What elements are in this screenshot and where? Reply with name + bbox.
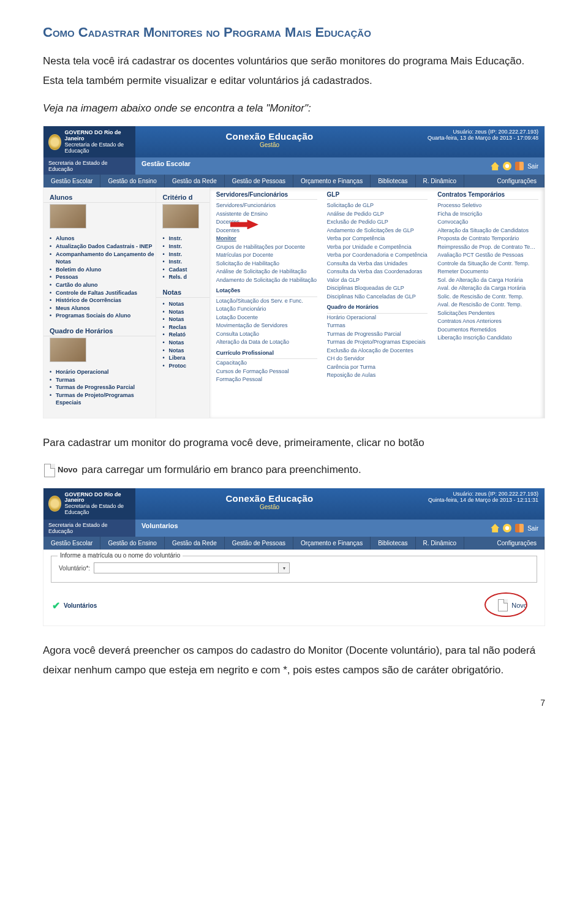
- mega-item[interactable]: Solicitações Pendentes: [437, 309, 538, 318]
- sidebar-item[interactable]: Alunos: [56, 235, 156, 243]
- mega-item[interactable]: Análise de Solicitação de Habilitação: [216, 268, 317, 276]
- mega-item[interactable]: Verba por Coordenadoria e Competência: [327, 251, 428, 260]
- mega-item[interactable]: Alteração da Data de Lotação: [216, 338, 317, 347]
- list-item[interactable]: Relató: [168, 331, 209, 339]
- menu-orcamento[interactable]: Orçamento e Finanças: [293, 175, 371, 187]
- mega-item[interactable]: Cursos de Formação Pessoal: [216, 368, 317, 376]
- mega-item[interactable]: Processo Seletivo: [437, 202, 538, 210]
- list-item[interactable]: Rels. d: [168, 273, 209, 281]
- mega-item[interactable]: Consulta da Verba das Unidades: [327, 260, 428, 268]
- chevron-down-icon[interactable]: ▾: [278, 563, 289, 573]
- mega-item[interactable]: Lotação/Situação dos Serv. e Func.: [216, 297, 317, 306]
- mega-item[interactable]: Lotação Funcionário: [216, 305, 317, 314]
- mega-item[interactable]: Consulta da Verba das Coordenadoras: [327, 268, 428, 276]
- mega-item[interactable]: Documentos Remetidos: [437, 326, 538, 335]
- menu-r-dinamico[interactable]: R. Dinâmico: [416, 537, 464, 550]
- mega-item[interactable]: Andamento de Solicitação de Habilitação: [216, 276, 317, 285]
- mega-item[interactable]: Sol. de Alteração da Carga Horária: [437, 276, 538, 285]
- mega-item[interactable]: Consulta Lotação: [216, 330, 317, 339]
- mega-item[interactable]: Verba por Competência: [327, 235, 428, 243]
- mega-item[interactable]: Convocação: [437, 218, 538, 227]
- menu-configuracoes[interactable]: Configurações: [490, 537, 545, 550]
- sidebar-item[interactable]: Horário Operacional: [56, 368, 156, 376]
- mega-item[interactable]: CH do Servidor: [327, 355, 428, 363]
- mega-item[interactable]: Reimpressão de Prop. de Contrato Temp.: [437, 243, 538, 252]
- menu-gestao-rede[interactable]: Gestão da Rede: [165, 175, 225, 187]
- list-item[interactable]: Notas: [168, 308, 209, 316]
- menu-bibliotecas[interactable]: Bibliotecas: [371, 175, 415, 187]
- mega-item[interactable]: Exclusão de Pedido GLP: [327, 218, 428, 227]
- menu-gestao-ensino[interactable]: Gestão do Ensino: [100, 537, 165, 550]
- sidebar-item[interactable]: Acompanhamento do Lançamento de Notas: [56, 251, 156, 266]
- menu-r-dinamico[interactable]: R. Dinâmico: [416, 175, 464, 187]
- exit-icon[interactable]: [515, 162, 524, 170]
- mega-item[interactable]: Lotação Docente: [216, 314, 317, 322]
- list-item[interactable]: Instr.: [168, 235, 209, 243]
- mega-item[interactable]: Aval. de Alteração da Carga Horária: [437, 284, 538, 293]
- sidebar-item[interactable]: Histórico de Ocorrências: [56, 297, 156, 304]
- mega-item[interactable]: Solicitação de GLP: [327, 202, 428, 210]
- mega-item[interactable]: Servidores/Funcionários: [216, 202, 317, 210]
- sidebar-item[interactable]: Controle de Faltas Justificadas: [56, 289, 156, 297]
- mega-item[interactable]: Docentes: [216, 227, 317, 235]
- list-item[interactable]: Protoc: [168, 362, 209, 370]
- mega-item[interactable]: Carência por Turma: [327, 363, 428, 372]
- mega-item[interactable]: Exclusão da Alocação de Docentes: [327, 347, 428, 355]
- mega-item[interactable]: Assistente de Ensino: [216, 210, 317, 219]
- mega-item[interactable]: Aval. de Rescisão de Contr. Temp.: [437, 301, 538, 309]
- mega-item[interactable]: Verba por Unidade e Competência: [327, 243, 428, 252]
- gear-icon[interactable]: [503, 524, 511, 532]
- mega-item[interactable]: Capacitação: [216, 359, 317, 368]
- mega-item[interactable]: Turmas de Projeto/Programas Especiais: [327, 338, 428, 347]
- sidebar-item[interactable]: Turmas: [56, 376, 156, 384]
- mega-item[interactable]: Alteração da Situação de Candidatos: [437, 227, 538, 235]
- list-item[interactable]: Instr.: [168, 251, 209, 259]
- mega-item[interactable]: Análise de Pedido GLP: [327, 210, 428, 219]
- list-item[interactable]: Notas: [168, 339, 209, 347]
- mega-item[interactable]: Valor da GLP: [327, 276, 428, 285]
- sair-link[interactable]: Sair: [527, 163, 538, 170]
- voluntario-combobox[interactable]: ▾: [94, 562, 290, 573]
- list-item[interactable]: Cadast: [168, 266, 209, 274]
- sidebar-item[interactable]: Cartão do aluno: [56, 281, 156, 289]
- sidebar-item[interactable]: Turmas de Projeto/Programas Especiais: [56, 391, 156, 407]
- menu-gestao-pessoas[interactable]: Gestão de Pessoas: [225, 175, 293, 187]
- sidebar-item[interactable]: Pessoas: [56, 273, 156, 281]
- menu-gestao-pessoas[interactable]: Gestão de Pessoas: [225, 537, 293, 550]
- list-item[interactable]: Instr.: [168, 258, 209, 266]
- exit-icon[interactable]: [515, 524, 524, 532]
- mega-item[interactable]: Andamento de Solicitações de GLP: [327, 227, 428, 235]
- mega-item[interactable]: Disciplinas Bloqueadas de GLP: [327, 284, 428, 293]
- mega-item[interactable]: Formação Pessoal: [216, 376, 317, 384]
- menu-gestao-ensino[interactable]: Gestão do Ensino: [100, 175, 165, 187]
- mega-item[interactable]: Avaliação PCT Gestão de Pessoas: [437, 251, 538, 260]
- mega-item[interactable]: Movimentação de Servidores: [216, 322, 317, 330]
- mega-item-monitor[interactable]: Monitor: [216, 235, 317, 243]
- mega-item[interactable]: Remeter Documento: [437, 268, 538, 276]
- mega-item[interactable]: Grupos de Habilitações por Docente: [216, 243, 317, 252]
- list-item[interactable]: Reclas: [168, 323, 209, 331]
- list-item[interactable]: Instr.: [168, 243, 209, 251]
- sidebar-item[interactable]: Turmas de Progressão Parcial: [56, 384, 156, 391]
- mega-item[interactable]: Controle da Situação de Contr. Temp.: [437, 260, 538, 268]
- menu-gestao-escolar[interactable]: Gestão Escolar: [43, 175, 100, 187]
- mega-item[interactable]: Solicitação de Habilitação: [216, 260, 317, 268]
- sidebar-item[interactable]: Atualização Dados Cadastrais - INEP: [56, 243, 156, 251]
- mega-item[interactable]: Matrículas por Docente: [216, 251, 317, 260]
- mega-item[interactable]: Proposta de Contrato Temporário: [437, 235, 538, 243]
- gear-icon[interactable]: [503, 162, 511, 170]
- mega-item[interactable]: Solic. de Rescisão de Contr. Temp.: [437, 293, 538, 301]
- menu-configuracoes[interactable]: Configurações: [490, 175, 545, 187]
- mega-item[interactable]: Turmas de Progressão Parcial: [327, 330, 428, 339]
- sair-link[interactable]: Sair: [527, 525, 538, 532]
- home-icon[interactable]: [491, 162, 499, 170]
- mega-item[interactable]: Disciplinas Não Canceladas de GLP: [327, 293, 428, 301]
- sidebar-item[interactable]: Boletim do Aluno: [56, 266, 156, 274]
- novo-button[interactable]: Novo: [493, 597, 532, 613]
- mega-item[interactable]: Contratos Anos Anteriores: [437, 317, 538, 326]
- mega-item[interactable]: Horário Operacional: [327, 314, 428, 322]
- sidebar-item[interactable]: Programas Sociais do Aluno: [56, 312, 156, 320]
- menu-gestao-escolar[interactable]: Gestão Escolar: [43, 537, 100, 550]
- list-item[interactable]: Notas: [168, 347, 209, 355]
- list-item[interactable]: Libera: [168, 354, 209, 362]
